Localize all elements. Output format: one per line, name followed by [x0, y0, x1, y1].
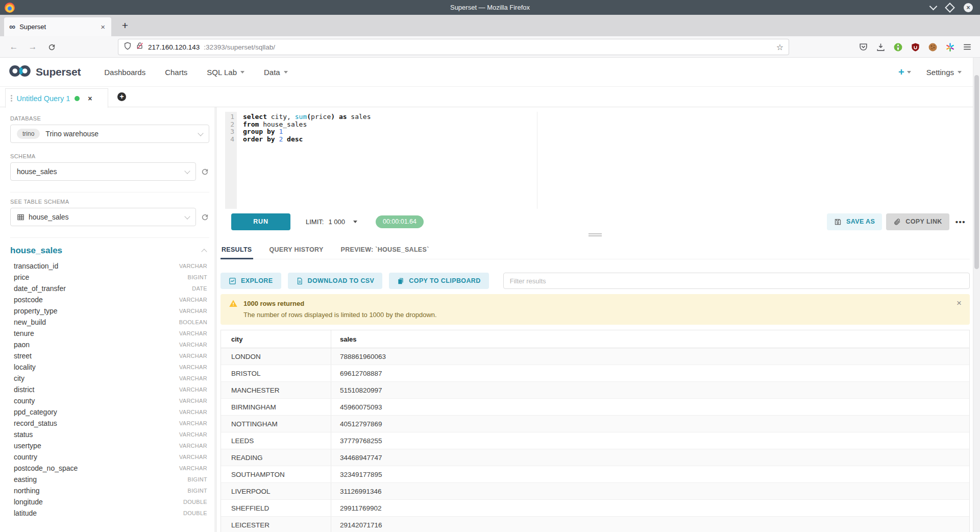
- database-label: DATABASE: [10, 115, 209, 122]
- table-name-heading[interactable]: house_sales: [10, 246, 62, 256]
- alert-close-icon[interactable]: ×: [957, 298, 962, 308]
- bookmark-star-icon[interactable]: ☆: [776, 42, 783, 52]
- browser-tabstrip: ∞ Superset × +: [0, 15, 980, 36]
- cookie-icon[interactable]: [928, 42, 938, 52]
- schema-column-row: tenureVARCHAR: [14, 328, 209, 339]
- copy-clipboard-button[interactable]: COPY TO CLIPBOARD: [389, 273, 488, 289]
- forward-arrow-icon[interactable]: →: [25, 39, 40, 55]
- nav-item-sql-lab[interactable]: SQL Lab: [207, 68, 244, 77]
- schema-select[interactable]: house_sales: [10, 162, 196, 181]
- explore-button[interactable]: EXPLORE: [220, 273, 281, 289]
- sidebar-resize-handle[interactable]: [214, 107, 217, 532]
- window-maximize-icon[interactable]: [945, 3, 955, 13]
- table-row: NOTTINGHAM40512797869: [221, 416, 969, 432]
- copy-link-button[interactable]: COPY LINK: [886, 213, 949, 230]
- cell-sales: 37779768255: [331, 432, 969, 449]
- cell-sales: 29142071716: [331, 517, 969, 532]
- chevron-down-icon: [184, 213, 190, 219]
- column-name: paon: [14, 341, 30, 349]
- browser-toolbar: ← → 217.160.120.143 :32393/superset/sqll…: [0, 36, 980, 58]
- page-scrollbar[interactable]: [973, 58, 980, 532]
- column-type: VARCHAR: [179, 431, 207, 438]
- alert-body: The number of rows displayed is limited …: [243, 311, 962, 319]
- refresh-table-icon[interactable]: [201, 213, 209, 222]
- settings-menu[interactable]: Settings: [926, 68, 962, 77]
- header-city[interactable]: city: [221, 330, 331, 348]
- code-token: ): [331, 113, 335, 120]
- paperclip-icon: [893, 218, 901, 226]
- new-item-button[interactable]: +: [898, 66, 911, 78]
- back-arrow-icon[interactable]: ←: [6, 39, 21, 55]
- warning-triangle-icon: [229, 299, 238, 308]
- results-tab-query-history[interactable]: QUERY HISTORY: [268, 245, 325, 259]
- table-select[interactable]: house_sales: [10, 208, 196, 226]
- divider: [10, 237, 209, 238]
- reload-icon[interactable]: [44, 39, 59, 55]
- nav-item-charts[interactable]: Charts: [165, 68, 187, 77]
- code-token: (: [307, 113, 311, 120]
- nav-item-data[interactable]: Data: [264, 68, 288, 77]
- refresh-schema-icon[interactable]: [201, 167, 209, 176]
- column-name: property_type: [14, 307, 58, 315]
- divider: [10, 192, 209, 192]
- column-type: VARCHAR: [179, 330, 207, 336]
- url-bar[interactable]: 217.160.120.143 :32393/superset/sqllab/ …: [118, 39, 789, 55]
- pocket-icon[interactable]: [859, 42, 868, 52]
- sql-editor[interactable]: 1234 select city, sum(price) as salesfro…: [225, 112, 970, 209]
- ublock-origin-icon[interactable]: [911, 42, 920, 52]
- download-csv-button[interactable]: DOWNLOAD TO CSV: [288, 273, 383, 289]
- column-type: VARCHAR: [179, 409, 207, 415]
- run-button[interactable]: RUN: [231, 213, 290, 230]
- menu-icon[interactable]: [963, 42, 972, 52]
- query-tab[interactable]: Untitled Query 1 ×: [5, 88, 108, 108]
- clipboard-icon: [397, 277, 404, 285]
- column-type: BOOLEAN: [179, 319, 207, 325]
- query-timer-badge: 00:00:01.64: [376, 215, 424, 228]
- add-query-tab-button[interactable]: +: [117, 92, 126, 101]
- code-token: group by: [243, 128, 275, 135]
- header-sales[interactable]: sales: [331, 330, 969, 348]
- new-tab-button[interactable]: +: [118, 19, 132, 32]
- code-line: from house_sales: [243, 121, 970, 129]
- more-options-icon[interactable]: •••: [955, 217, 966, 226]
- save-as-button[interactable]: SAVE AS: [827, 213, 882, 230]
- results-tab-results[interactable]: RESULTS: [220, 245, 253, 259]
- editor-code: select city, sum(price) as salesfrom hou…: [243, 113, 970, 143]
- schema-column-row: priceBIGINT: [14, 272, 209, 283]
- window-minimize-icon[interactable]: [929, 2, 938, 10]
- column-type: VARCHAR: [179, 420, 207, 426]
- schema-column-row: northingBIGINT: [14, 485, 209, 496]
- code-token: from: [243, 120, 259, 128]
- drag-handle-icon[interactable]: [11, 95, 12, 102]
- column-name: transaction_id: [14, 262, 58, 270]
- window-close-icon[interactable]: ×: [964, 3, 973, 12]
- cell-city: LEEDS: [221, 432, 331, 449]
- filter-results-input[interactable]: [503, 273, 970, 289]
- extension-pinwheel-icon[interactable]: [945, 42, 955, 52]
- pane-splitter-handle[interactable]: [589, 233, 602, 237]
- shield-icon[interactable]: [124, 42, 132, 52]
- broken-lock-icon[interactable]: [136, 42, 144, 52]
- schema-column-row: eastingBIGINT: [14, 474, 209, 485]
- query-tab-close-icon[interactable]: ×: [88, 94, 92, 103]
- brand-name[interactable]: Superset: [36, 66, 81, 78]
- results-tab-preview[interactable]: PREVIEW: `HOUSE_SALES`: [340, 245, 430, 259]
- superset-logo-icon[interactable]: [8, 63, 32, 81]
- code-token: [335, 113, 339, 120]
- nav-item-dashboards[interactable]: Dashboards: [104, 68, 145, 77]
- limit-dropdown[interactable]: LIMIT: 1 000: [306, 218, 357, 226]
- database-select[interactable]: trino Trino warehouse: [10, 125, 209, 143]
- downloads-icon[interactable]: [876, 42, 886, 52]
- column-type: VARCHAR: [179, 364, 207, 370]
- chevron-up-icon[interactable]: [201, 249, 207, 254]
- column-name: usertype: [14, 442, 41, 450]
- browser-tab[interactable]: ∞ Superset ×: [4, 17, 111, 36]
- chevron-down-icon: [907, 71, 911, 74]
- sqllab-main-panel: 1234 select city, sum(price) as salesfro…: [220, 107, 970, 532]
- schema-column-row: statusVARCHAR: [14, 429, 209, 440]
- scrollbar-thumb[interactable]: [974, 75, 979, 269]
- privacy-badger-icon[interactable]: [893, 42, 903, 52]
- tab-close-icon[interactable]: ×: [100, 22, 106, 31]
- query-tab-row: Untitled Query 1 × +: [0, 87, 980, 107]
- cell-sales: 29911769902: [331, 500, 969, 516]
